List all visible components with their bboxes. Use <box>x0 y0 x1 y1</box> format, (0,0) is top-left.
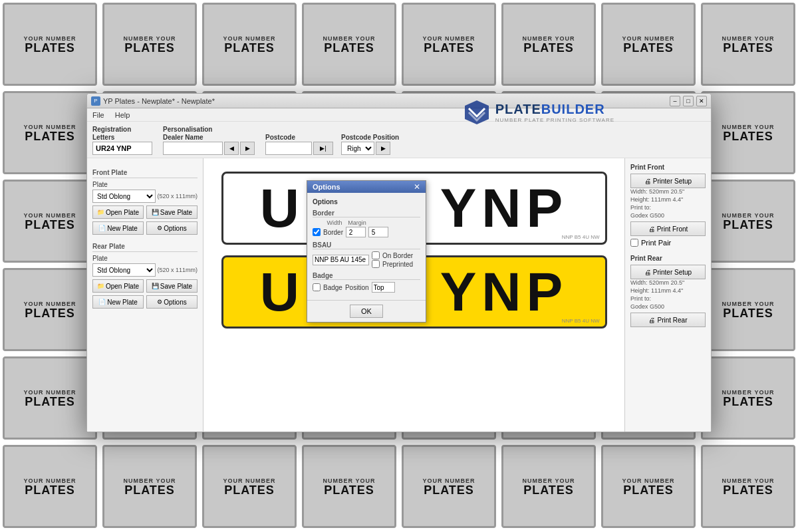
bg-tile: YOUR NUMBERPLATES <box>601 3 696 86</box>
app-icon: P <box>91 96 100 106</box>
border-width-input[interactable] <box>346 227 366 237</box>
menu-help[interactable]: Help <box>112 110 133 120</box>
options-dialog[interactable]: Options ✕ Options Border Width Margin Bo… <box>307 180 426 323</box>
front-plate-header: Front Plate <box>92 169 198 178</box>
printer-icon: 🖨 <box>644 269 651 276</box>
personalisation-label: Personalisation <box>163 126 255 133</box>
options-icon: ⚙ <box>157 225 162 231</box>
border-checkbox[interactable] <box>313 228 321 236</box>
logo-subtitle: NUMBER PLATE PRINTING SOFTWARE <box>495 117 614 123</box>
col-labels: Width Margin <box>313 219 420 226</box>
bg-tile: NUMBER YOURPLATES <box>501 3 596 86</box>
postcode-pos-btn[interactable]: ▶ <box>376 142 390 155</box>
bg-tile: NUMBER YOURPLATES <box>701 3 795 86</box>
logo-area: PLATEBUILDER NUMBER PLATE PRINTING SOFTW… <box>464 99 614 126</box>
badge-checkbox[interactable] <box>313 283 321 291</box>
bg-tile: YOUR NUMBERPLATES <box>3 268 97 351</box>
dealer-btn-left[interactable]: ◀ <box>224 142 239 155</box>
print-pair-label: Print Pair <box>641 239 671 247</box>
bg-tile: YOUR NUMBERPLATES <box>202 3 297 86</box>
bg-tile: NUMBER YOURPLATES <box>701 180 795 263</box>
minimize-button[interactable]: – <box>670 96 680 106</box>
rear-width-label: Width: <box>630 279 648 286</box>
preprinted-checkbox[interactable] <box>372 260 380 268</box>
front-plate-select[interactable]: Std Oblong <box>92 190 156 203</box>
print-pair-checkbox[interactable] <box>630 239 638 247</box>
folder-icon: 📁 <box>97 283 104 289</box>
rear-save-plate-button[interactable]: 💾 Save Plate <box>146 279 198 293</box>
logo-name: PLATEBUILDER <box>495 102 614 117</box>
menu-file[interactable]: File <box>90 110 107 120</box>
badge-row: Badge Position <box>313 282 420 293</box>
on-border-label: On Border <box>382 252 413 259</box>
bsau-section-label: BSAU <box>313 241 420 249</box>
border-row: Border <box>313 227 420 237</box>
left-panel: Front Plate Plate Std Oblong (520 x 111m… <box>87 158 203 432</box>
bg-tile: YOUR NUMBERPLATES <box>3 3 97 86</box>
front-options-button[interactable]: ⚙ Options <box>146 221 198 235</box>
preprinted-label: Preprinted <box>382 261 413 268</box>
on-border-checkbox[interactable] <box>372 251 380 259</box>
border-section-label: Border <box>313 209 420 217</box>
print-rear-section: Print Rear 🖨 Printer Setup Width: 520mm … <box>630 255 706 327</box>
ok-button[interactable]: OK <box>350 305 383 318</box>
dialog-title-bar: Options ✕ <box>307 181 426 193</box>
rear-plate-select[interactable]: Std Oblong <box>92 263 156 277</box>
position-label: Position <box>345 284 369 291</box>
bg-tile: YOUR NUMBERPLATES <box>601 445 696 528</box>
front-print-to-value: Godex G500 <box>630 212 664 219</box>
dealer-input[interactable] <box>163 142 223 155</box>
top-fields: Registration Letters Personalisation Dea… <box>87 122 711 158</box>
margin-col-label: Margin <box>347 219 367 226</box>
title-bar: P YP Plates - Newplate* - Newplate* – □ … <box>87 94 711 108</box>
dialog-section-label: Options <box>313 198 420 205</box>
bg-tile: YOUR NUMBERPLATES <box>202 445 297 528</box>
border-margin-input[interactable] <box>368 227 388 237</box>
rear-print-to-label: Print to: <box>630 295 651 302</box>
postcode-btn[interactable]: ▶| <box>313 142 333 155</box>
rear-open-plate-button[interactable]: 📁 Open Plate <box>92 279 144 293</box>
bg-tile: YOUR NUMBERPLATES <box>3 356 97 440</box>
postcode-input[interactable] <box>265 142 312 155</box>
print-pair-row: Print Pair <box>630 239 706 247</box>
rear-print-to-value: Godex G500 <box>630 303 664 310</box>
front-plate-size: (520 x 111mm) <box>157 193 198 200</box>
postcode-position-select[interactable]: RightLeftCenter <box>341 142 374 155</box>
printer-icon: 🖨 <box>644 178 651 185</box>
rear-new-plate-button[interactable]: 📄 New Plate <box>92 295 144 309</box>
bsau-input[interactable] <box>313 255 369 265</box>
save-icon: 💾 <box>152 283 159 289</box>
front-open-plate-button[interactable]: 📁 Open Plate <box>92 205 144 219</box>
front-print-to-label: Print to: <box>630 204 651 211</box>
bg-tile: NUMBER YOURPLATES <box>302 445 396 528</box>
bg-tile: NUMBER YOURPLATES <box>102 3 197 86</box>
app-window: P YP Plates - Newplate* - Newplate* – □ … <box>86 93 712 432</box>
front-width-label: Width: <box>630 188 648 195</box>
front-save-plate-button[interactable]: 💾 Save Plate <box>146 205 198 219</box>
rear-plate-label: Plate <box>92 255 198 262</box>
front-new-plate-button[interactable]: 📄 New Plate <box>92 221 144 235</box>
rear-printer-setup-button[interactable]: 🖨 Printer Setup <box>630 265 706 279</box>
dialog-close-button[interactable]: ✕ <box>414 183 420 191</box>
preprinted-row: Preprinted <box>372 260 413 268</box>
print-front-button[interactable]: 🖨 Print Front <box>630 221 706 236</box>
front-height-value: 111mm 4.4" <box>651 196 683 203</box>
bg-tile: YOUR NUMBERPLATES <box>402 445 496 528</box>
registration-label: Registration <box>92 126 152 133</box>
maximize-button[interactable]: □ <box>683 96 694 106</box>
badge-section-label: Badge <box>313 272 420 280</box>
postcode-label: Postcode <box>265 134 333 141</box>
bg-tile: NUMBER YOURPLATES <box>701 356 795 440</box>
front-printer-setup-button[interactable]: 🖨 Printer Setup <box>630 174 706 188</box>
print-front-section: Print Front 🖨 Printer Setup Width: 520mm… <box>630 164 706 247</box>
bg-tile: NUMBER YOURPLATES <box>701 91 795 174</box>
rear-options-button[interactable]: ⚙ Options <box>146 295 198 309</box>
print-rear-button[interactable]: 🖨 Print Rear <box>630 313 706 327</box>
position-input[interactable] <box>372 282 395 293</box>
right-panel: Print Front 🖨 Printer Setup Width: 520mm… <box>624 158 711 432</box>
print-rear-header: Print Rear <box>630 255 706 262</box>
close-button[interactable]: ✕ <box>696 96 707 106</box>
folder-icon: 📁 <box>97 209 104 215</box>
dealer-btn-right[interactable]: ▶ <box>240 142 255 155</box>
registration-input[interactable] <box>92 142 152 155</box>
